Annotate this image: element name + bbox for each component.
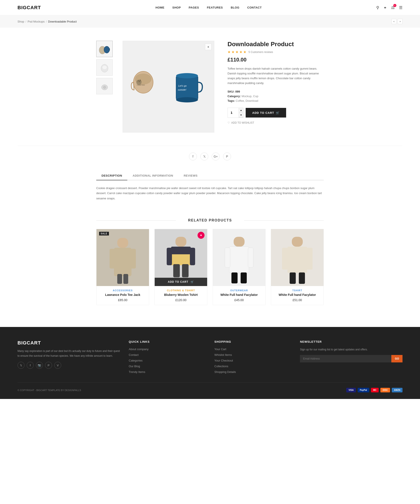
nav-features[interactable]: FEATURES (207, 6, 223, 9)
svg-rect-35 (241, 272, 247, 283)
footer-shopping-list: Your Cart Whislist Items Your Checkout C… (214, 347, 291, 374)
payment-icons: VISA PayPal MC DISC AMZN (346, 388, 402, 392)
tab-reviews[interactable]: REVIEWS (178, 171, 203, 180)
nav-blog[interactable]: BLOG (231, 6, 240, 9)
breadcrumb-next[interactable]: › (398, 19, 402, 24)
footer-link-contact: Contact (129, 353, 206, 356)
thumb-2[interactable] (96, 59, 113, 76)
footer-facebook-icon[interactable]: f (27, 362, 34, 369)
thumb-3[interactable] (96, 78, 113, 94)
tab-additional[interactable]: ADDITIONAL INFORMATION (127, 171, 178, 180)
footer-link-wishlist: Whislist Items (214, 353, 291, 356)
product-name-2: Bluberry Woolen Tshirt (158, 293, 204, 297)
footer-twitter-icon[interactable]: 𝕏 (18, 362, 24, 369)
cart-icon[interactable]: ⚖ 0 (391, 5, 395, 10)
footer-shopping-heading: SHOPPING (214, 340, 291, 343)
svg-rect-36 (292, 237, 303, 247)
svg-rect-3 (109, 48, 110, 51)
product-image-3 (213, 229, 265, 286)
nav-shop[interactable]: SHOP (172, 6, 181, 9)
footer-description: Many say exploration is part of our dest… (18, 349, 120, 358)
product-name-3: White Full hand Facylator (216, 293, 262, 297)
header-actions: ⚲ ⚭ ⚖ 0 ☰ (376, 5, 402, 10)
facebook-icon[interactable]: f (189, 153, 197, 160)
product-category-3: OUTERWEAR (216, 289, 262, 292)
svg-point-7 (103, 86, 106, 89)
cart-icon-btn: 🛒 (276, 111, 280, 114)
product-card-3: OUTERWEAR White Full hand Facylator £45.… (213, 229, 266, 305)
nav-pages[interactable]: PAGES (189, 6, 199, 9)
svg-point-13 (176, 73, 198, 78)
footer-grid: BIGCART Many say exploration is part of … (18, 340, 402, 374)
product-card-2: ♥ ADD TO CART 🛒 CLOTHING & TSHIRT (154, 229, 207, 305)
breadcrumb-shop[interactable]: Shop (18, 20, 24, 23)
footer-logo: BIGCART (18, 340, 120, 346)
footer-link-blog: Our Blog (129, 364, 206, 368)
cart-icon-overlay: 🛒 (190, 280, 194, 283)
product-tags: Tags: Coffee, Download (227, 99, 324, 102)
newsletter-submit-button[interactable]: GO (391, 355, 402, 362)
footer-link-cart: Your Cart (214, 347, 291, 351)
footer-pinterest-icon[interactable]: P (45, 362, 52, 369)
paypal-icon: PayPal (358, 388, 369, 392)
account-icon[interactable]: ⚭ (384, 5, 387, 10)
amazon-icon: AMZN (392, 388, 402, 392)
svg-rect-31 (229, 247, 249, 273)
product-price-4: £51.00 (275, 298, 320, 302)
newsletter-email-input[interactable] (300, 355, 391, 362)
product-name-1: Lawrance Polo Tee Jack (100, 293, 145, 297)
product-category-4: TSHIRT (275, 289, 320, 292)
svg-text:Let's go: Let's go (178, 84, 187, 87)
svg-rect-27 (190, 248, 195, 265)
pinterest-icon[interactable]: P (223, 153, 231, 160)
add-to-cart-overlay-2[interactable]: ADD TO CART 🛒 (155, 278, 207, 286)
qty-down[interactable]: ▼ (239, 113, 243, 118)
twitter-icon[interactable]: 𝕏 (200, 153, 208, 160)
nav-contact[interactable]: CONTACT (247, 6, 262, 9)
googleplus-icon[interactable]: G+ (212, 153, 220, 160)
svg-point-5 (102, 66, 107, 69)
footer-quick-links-list: About company Contact Categories Our Blo… (129, 347, 206, 374)
product-card-4: TSHIRT White Full hand Facylator £51.00 (271, 229, 324, 305)
qty-up[interactable]: ▲ (239, 108, 243, 113)
footer-link-collections: Collections (214, 364, 291, 368)
footer-link-categories: Categories (129, 359, 206, 362)
related-products-title: RELATED PRODUCTS (96, 218, 324, 222)
svg-point-2 (104, 46, 110, 53)
footer-link-trendy: Trendy Items (129, 370, 206, 374)
breadcrumb-nav: ‹ › (391, 19, 402, 24)
nav-home[interactable]: HOME (155, 6, 165, 9)
product-price-2: £120.00 (158, 298, 204, 302)
footer-instagram-icon[interactable]: 📷 (36, 362, 43, 369)
wishlist-badge-2[interactable]: ♥ (198, 232, 205, 239)
product-card-info-2: CLOTHING & TSHIRT Bluberry Woolen Tshirt… (155, 286, 207, 305)
footer-newsletter-heading: NEWSLETTER (300, 340, 402, 343)
logo: BIGCART (18, 5, 41, 11)
tab-description[interactable]: DESCRIPTION (96, 171, 127, 180)
search-icon[interactable]: ⚲ (376, 5, 379, 10)
tab-content-description: Cookie dragee croissant dessert. Powder … (96, 186, 324, 210)
footer-link-checkout: Your Checkout (214, 359, 291, 362)
product-image-2: ♥ ADD TO CART 🛒 (155, 229, 207, 286)
add-to-wishlist-link[interactable]: ♡ ADD TO WISHLIST (227, 121, 324, 124)
footer-newsletter: NEWSLETTER Sign up for our mailing list … (300, 340, 402, 374)
thumb-1[interactable] (96, 41, 113, 57)
breadcrumb-prev[interactable]: ‹ (391, 19, 396, 24)
product-image-1: SALE (96, 229, 149, 286)
footer-quick-links-heading: QUICK LINKS (129, 340, 206, 343)
product-tabs: DESCRIPTION ADDITIONAL INFORMATION REVIE… (79, 171, 341, 210)
quantity-stepper: ▲ ▼ (227, 108, 243, 118)
quantity-input[interactable] (228, 108, 239, 118)
add-to-cart-button[interactable]: ADD TO CART 🛒 (246, 108, 286, 118)
breadcrumb-psd[interactable]: Psd Mockups (28, 20, 45, 23)
svg-rect-21 (117, 274, 122, 284)
footer-vimeo-icon[interactable]: V (54, 362, 61, 369)
svg-text:outside!: outside! (178, 88, 186, 91)
svg-rect-34 (231, 272, 237, 283)
product-name-4: White Full hand Facylator (275, 293, 320, 297)
product-price-1: £85.00 (100, 298, 145, 302)
svg-rect-33 (248, 248, 253, 267)
zoom-button[interactable]: + (205, 43, 212, 50)
svg-point-14 (176, 97, 198, 102)
menu-icon[interactable]: ☰ (399, 5, 402, 10)
